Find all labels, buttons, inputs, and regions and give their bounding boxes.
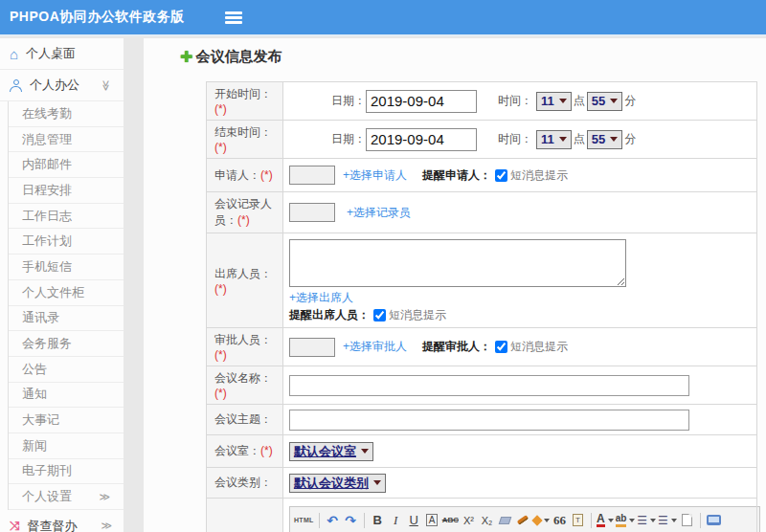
eraser-icon[interactable] — [499, 517, 512, 524]
paste-icon[interactable]: T — [573, 514, 583, 526]
field-label: 会议主题： — [214, 412, 272, 426]
sidebar-item-work-plan[interactable]: 工作计划 — [9, 229, 124, 255]
sidebar-item-label: 个人办公 — [30, 77, 79, 94]
form-row-attendees: 出席人员：(*) +选择出席人 提醒出席人员： 短消息提示 — [207, 233, 757, 328]
sidebar-item-personal-office[interactable]: 个人办公 ≫ — [0, 70, 124, 101]
sidebar-item-attendance[interactable]: 在线考勤 — [9, 101, 124, 127]
sidebar-item-events[interactable]: 大事记 — [9, 408, 124, 433]
sidebar-item-announcement[interactable]: 公告 — [9, 357, 124, 383]
meeting-topic-input[interactable] — [289, 410, 689, 431]
required-mark: (*) — [260, 168, 273, 182]
end-date-input[interactable] — [366, 128, 477, 151]
choose-attendees-link[interactable]: +选择出席人 — [289, 291, 353, 304]
sidebar-item-contacts[interactable]: 通讯录 — [9, 306, 124, 332]
start-hour-select[interactable]: 11 — [536, 92, 572, 111]
app-window: PHPOA协同办公软件政务版 ⌂ 个人桌面 个人办公 ≫ 在线考勤 消息管理 内… — [0, 0, 766, 532]
editor-toolbar: HTML ↶ ↷ B I U A ABC X² — [290, 507, 759, 532]
form-row-meeting-topic: 会议主题： — [207, 405, 757, 435]
field-label: 结束时间： — [214, 125, 272, 139]
autotypeset-button[interactable] — [533, 512, 550, 529]
sidebar-item-internal-mail[interactable]: 内部邮件 — [9, 152, 124, 178]
form-row-approver: 审批人员：(*) +选择审批人 提醒审批人： 短消息提示 — [207, 328, 757, 366]
form-row-meeting-category: 会议类别： 默认会议类别 — [207, 468, 757, 499]
form-row-applicant: 申请人：(*) +选择申请人 提醒申请人： 短消息提示 — [207, 159, 757, 192]
sidebar-item-sms[interactable]: 手机短信 — [9, 255, 124, 280]
html-source-button[interactable]: HTML — [294, 512, 314, 529]
strikethrough-button[interactable]: ABC — [442, 512, 459, 529]
start-date-input[interactable] — [366, 90, 477, 113]
form-row-recorder: 会议记录人员：(*) +选择记录员 — [207, 192, 757, 233]
sidebar-item-e-journal[interactable]: 电子期刊 — [9, 459, 124, 485]
field-label: 审批人员： — [214, 333, 272, 346]
required-mark: (*) — [260, 444, 273, 457]
page-title: 会议信息发布 — [195, 48, 282, 66]
chevron-right-icon: ≫ — [101, 520, 112, 532]
rich-text-editor: HTML ↶ ↷ B I U A ABC X² — [289, 506, 760, 532]
new-page-icon[interactable] — [682, 514, 692, 526]
end-minute-select[interactable]: 55 — [587, 130, 622, 149]
sidebar-item-label: 个人桌面 — [26, 45, 76, 62]
meeting-category-select[interactable]: 默认会议类别 — [289, 474, 386, 493]
attendees-sms-checkbox[interactable] — [373, 309, 386, 321]
highlight-color-button[interactable]: ab — [616, 512, 636, 529]
form-row-end-time: 结束时间：(*) 日期： 时间： 11 点 55 分 — [207, 121, 757, 159]
shuffle-icon: ⤨ — [10, 520, 19, 532]
menu-toggle-icon[interactable] — [225, 11, 242, 24]
redo-icon[interactable]: ↷ — [343, 512, 359, 529]
attendees-textarea[interactable] — [289, 239, 626, 287]
undo-icon[interactable]: ↶ — [325, 512, 341, 529]
field-label: 会议室： — [214, 444, 260, 457]
format-brush-icon[interactable] — [517, 515, 529, 525]
sidebar-item-desktop[interactable]: ⌂ 个人桌面 — [0, 38, 124, 70]
meeting-name-input[interactable] — [289, 375, 689, 396]
add-icon: ✚ — [180, 48, 192, 66]
choose-recorder-link[interactable]: +选择记录员 — [347, 205, 411, 221]
choose-applicant-link[interactable]: +选择申请人 — [343, 167, 407, 184]
start-minute-select[interactable]: 55 — [587, 92, 622, 111]
sidebar-item-supervision[interactable]: ⤨ 督查督办 ≫ — [0, 510, 124, 532]
field-label: 开始时间： — [214, 87, 272, 100]
ordered-list-button[interactable]: ☰ — [637, 512, 656, 529]
sidebar-item-meeting-service[interactable]: 会务服务 — [9, 331, 124, 357]
approver-input[interactable] — [289, 338, 335, 357]
form-row-meeting-room: 会议室：(*) 默认会议室 — [207, 435, 757, 468]
form-row-start-time: 开始时间：(*) 日期： 时间： 11 点 55 分 — [207, 82, 757, 121]
sidebar-item-messages[interactable]: 消息管理 — [9, 127, 124, 153]
sidebar-item-notice[interactable]: 通知 — [9, 383, 124, 409]
sidebar-submenu: 在线考勤 消息管理 内部邮件 日程安排 工作日志 工作计划 手机短信 个人文件柜… — [8, 101, 124, 510]
sidebar-nav: ⌂ 个人桌面 个人办公 ≫ 在线考勤 消息管理 内部邮件 日程安排 工作日志 工… — [0, 38, 124, 532]
top-bar: PHPOA协同办公软件政务版 — [0, 0, 766, 36]
blockquote-button[interactable]: 66 — [552, 512, 568, 529]
superscript-button[interactable]: X² — [461, 512, 477, 529]
sidebar-item-news[interactable]: 新闻 — [9, 433, 124, 459]
unordered-list-button[interactable]: ☰ — [658, 512, 677, 529]
applicant-input[interactable] — [289, 166, 335, 185]
field-label: 申请人： — [214, 168, 260, 182]
bold-button[interactable]: B — [370, 512, 386, 529]
applicant-sms-checkbox[interactable] — [495, 169, 507, 182]
meeting-room-select[interactable]: 默认会议室 — [289, 442, 373, 461]
field-label: 会议名称： — [214, 371, 272, 385]
sidebar-item-work-log[interactable]: 工作日志 — [9, 204, 124, 230]
font-border-button[interactable]: A — [426, 514, 439, 526]
sidebar-item-personal-settings[interactable]: 个人设置 ≫ — [9, 484, 124, 510]
subscript-button[interactable]: X₂ — [479, 512, 495, 529]
recorder-input[interactable] — [289, 203, 335, 222]
chevron-double-down-icon: ≫ — [101, 79, 113, 91]
chevron-right-icon: ≫ — [99, 491, 110, 503]
meeting-form: 开始时间：(*) 日期： 时间： 11 点 55 分 结束时间：(*) 日期： … — [206, 81, 757, 532]
choose-approver-link[interactable]: +选择审批人 — [343, 339, 407, 355]
sidebar-item-schedule[interactable]: 日程安排 — [9, 178, 124, 204]
required-mark: (*) — [214, 348, 227, 362]
required-mark: (*) — [237, 213, 250, 227]
underline-button[interactable]: U — [406, 512, 422, 529]
italic-button[interactable]: I — [388, 512, 404, 529]
fullscreen-icon[interactable] — [707, 515, 721, 525]
required-mark: (*) — [214, 102, 227, 116]
approver-sms-checkbox[interactable] — [495, 341, 507, 353]
main-content: ✚ 会议信息发布 开始时间：(*) 日期： 时间： 11 点 55 分 — [144, 38, 766, 532]
font-color-button[interactable]: A — [597, 512, 614, 529]
end-hour-select[interactable]: 11 — [536, 130, 572, 149]
sidebar-item-file-cabinet[interactable]: 个人文件柜 — [9, 280, 124, 306]
form-row-meeting-name: 会议名称：(*) — [207, 366, 757, 405]
